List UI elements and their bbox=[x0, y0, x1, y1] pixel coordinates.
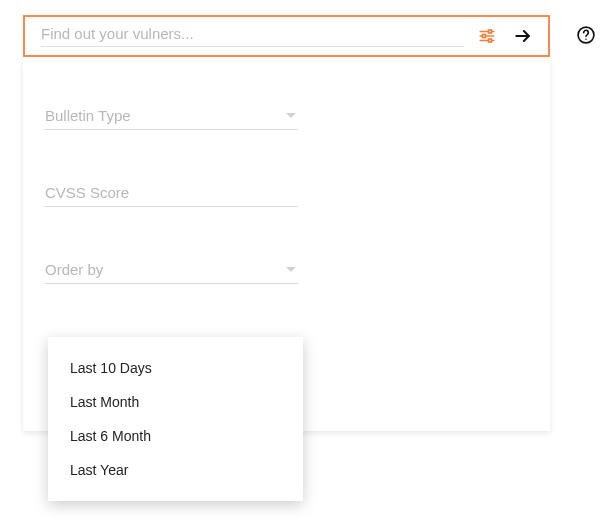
cvss-score-label: CVSS Score bbox=[45, 184, 298, 201]
chevron-down-icon bbox=[286, 267, 296, 272]
submit-arrow-icon[interactable] bbox=[512, 25, 534, 47]
svg-rect-4 bbox=[483, 35, 486, 38]
popup-item[interactable]: Last Year bbox=[48, 453, 303, 487]
cvss-score-field[interactable]: CVSS Score bbox=[45, 184, 298, 207]
bulletin-type-label: Bulletin Type bbox=[45, 107, 286, 124]
search-input[interactable] bbox=[41, 25, 464, 47]
help-icon[interactable] bbox=[575, 24, 597, 46]
chevron-down-icon bbox=[286, 113, 296, 118]
filters-icon[interactable] bbox=[476, 25, 498, 47]
popup-item[interactable]: Last 6 Month bbox=[48, 419, 303, 453]
order-by-field[interactable]: Order by bbox=[45, 261, 298, 284]
time-range-popup: Last 10 Days Last Month Last 6 Month Las… bbox=[48, 337, 303, 501]
bulletin-type-field[interactable]: Bulletin Type bbox=[45, 107, 298, 130]
svg-point-8 bbox=[585, 38, 587, 39]
search-bar bbox=[23, 15, 550, 57]
popup-item[interactable]: Last 10 Days bbox=[48, 351, 303, 385]
svg-rect-3 bbox=[489, 30, 492, 33]
svg-rect-5 bbox=[489, 39, 492, 42]
order-by-label: Order by bbox=[45, 261, 286, 278]
popup-item[interactable]: Last Month bbox=[48, 385, 303, 419]
